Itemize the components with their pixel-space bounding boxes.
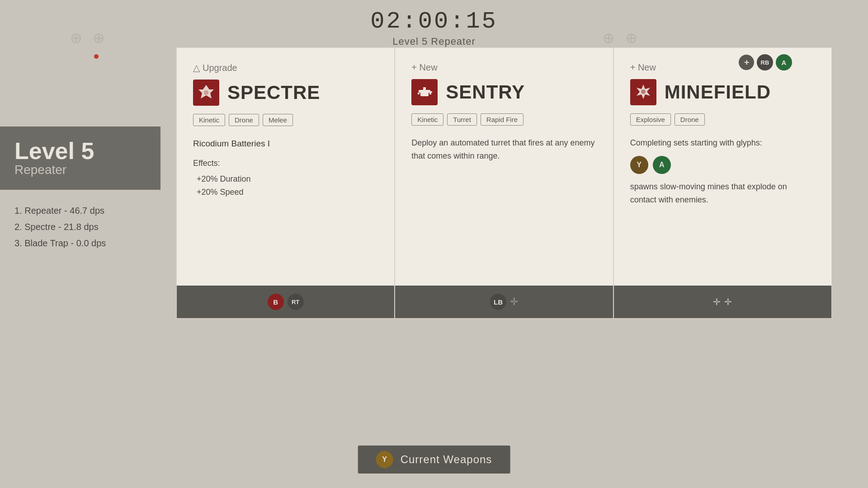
effect-1: +20% Duration [193,173,378,186]
sentry-icon-box [411,79,438,105]
top-bar: 02:00:15 Level 5 Repeater [0,0,868,47]
weapon-header-spectre: SPECTRE [193,80,378,106]
current-weapons-bar[interactable]: Y Current Weapons [358,446,510,474]
sentry-tags: Kinetic Turret Rapid Fire [411,113,596,126]
minefield-desc-part2: spawns slow-moving mines that explode on… [630,180,815,206]
tag-turret-sentry: Turret [447,113,476,126]
spectre-name: SPECTRE [227,83,320,102]
sentry-description: Deploy an automated turret that fires at… [411,136,596,163]
b-button-spectre: B [268,294,284,310]
weapon-item-1: 1. Repeater - 46.7 dps [14,204,160,217]
weapon-item-2: 2. Spectre - 21.8 dps [14,221,160,233]
sentry-footer-icons: LB ✛ [490,294,518,310]
y-button-weapons: Y [376,451,393,468]
minefield-icon [634,83,653,102]
card-sentry[interactable]: + New SENTRY Kinetic Turret [395,47,613,319]
action-label-sentry: + New [411,62,437,73]
a-button-top: A [776,54,792,70]
minefield-footer: ✛ ✛ [614,286,831,318]
action-label-spectre: Upgrade [203,63,237,73]
lb-button-sentry: LB [490,294,506,310]
spectre-description: Ricodium Batteries I Effects: +20% Durat… [193,137,378,199]
tag-explosive-minefield: Explosive [630,113,671,126]
spectre-icon [197,83,216,102]
dpad-icon-left: ✛ [713,296,721,307]
svg-rect-6 [429,91,432,93]
level-box: Level 5 Repeater [0,127,160,190]
spectre-tags: Kinetic Drone Melee [193,114,378,126]
top-controller-buttons: ✛ RB A [739,54,792,70]
card-action-spectre: △ Upgrade [193,62,378,73]
effects-label: Effects: [193,157,378,170]
dpad-icon-sentry: ✛ [510,296,518,308]
minefield-icon-box [630,79,656,105]
level-subtitle: Level 5 Repeater [0,36,868,47]
svg-rect-5 [429,93,431,94]
left-panel: Level 5 Repeater 1. Repeater - 46.7 dps … [0,127,174,330]
glyph-buttons: Y A [630,156,815,174]
card-spectre[interactable]: △ Upgrade SPECTRE Kinetic Drone Melee [176,47,395,319]
tag-drone-spectre: Drone [229,114,259,126]
rb-button: RB [757,54,773,70]
cards-container: △ Upgrade SPECTRE Kinetic Drone Melee [176,47,832,319]
sentry-icon [415,83,434,102]
tag-drone-minefield: Drone [675,113,705,126]
level-number: Level 5 [14,139,146,163]
svg-rect-3 [423,87,426,91]
current-weapons-label: Current Weapons [401,453,492,466]
sentry-desc-text: Deploy an automated turret that fires at… [411,138,594,160]
effect-2: +20% Speed [193,186,378,199]
minefield-description: Completing sets starting with glyphs: Y … [630,136,815,206]
a-button-minefield: A [653,156,671,174]
minefield-desc-part1: Completing sets starting with glyphs: [630,136,815,150]
weapon-header-minefield: MINEFIELD [630,79,815,105]
weapon-list: 1. Repeater - 46.7 dps 2. Spectre - 21.8… [0,190,174,249]
svg-point-8 [641,89,646,94]
weapon-header-sentry: SENTRY [411,79,596,105]
minefield-footer-icons: ✛ ✛ [713,296,732,307]
tag-melee-spectre: Melee [263,114,293,126]
dot-left [94,54,99,59]
tag-kinetic-sentry: Kinetic [411,113,443,126]
svg-rect-4 [418,93,420,94]
timer-display: 02:00:15 [0,8,868,35]
weapon-item-3: 3. Blade Trap - 0.0 dps [14,237,160,249]
spectre-footer-icons: B RT [268,294,304,310]
rt-button-spectre: RT [288,294,304,310]
minefield-tags: Explosive Drone [630,113,815,126]
sentry-footer: LB ✛ [395,286,613,318]
controller-crosshair-icon: ✛ [739,55,754,70]
upgrade-title: Ricodium Batteries I [193,137,378,150]
spectre-footer: B RT [177,286,394,318]
triangle-icon: △ [193,62,200,73]
spectre-icon-box [193,80,219,106]
minefield-name: MINEFIELD [665,83,771,102]
y-button-minefield: Y [630,156,648,174]
level-name: Repeater [14,163,146,177]
dpad-icon-right: ✛ [724,296,732,307]
action-label-minefield: + New [630,62,656,73]
card-minefield[interactable]: + New MINEFIELD Explosive Drone Completi… [613,47,832,319]
card-action-sentry: + New [411,62,596,73]
tag-kinetic-spectre: Kinetic [193,114,225,126]
tag-rapidfire-sentry: Rapid Fire [481,113,524,126]
sentry-name: SENTRY [446,83,525,102]
